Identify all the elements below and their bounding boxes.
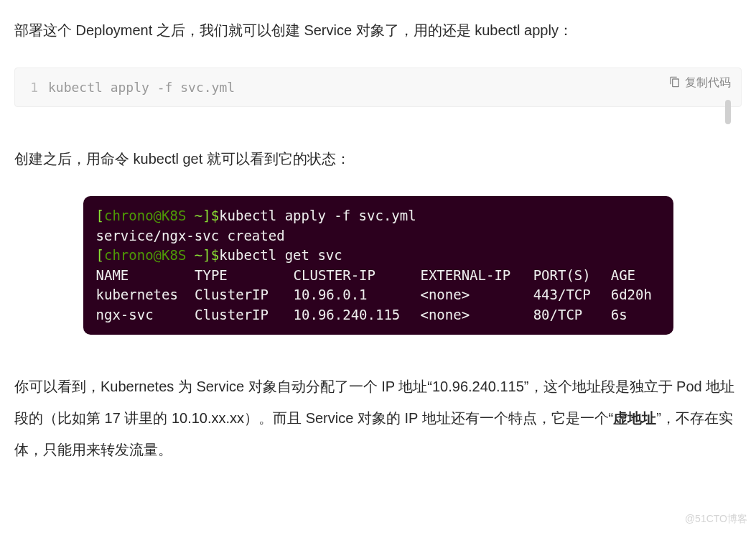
copy-icon xyxy=(669,76,681,90)
cell-external-ip: <none> xyxy=(420,305,533,325)
terminal-line: service/ngx-svc created xyxy=(96,226,661,246)
col-header-external-ip: EXTERNAL-IP xyxy=(420,266,533,286)
table-row: kubernetes ClusterIP 10.96.0.1 <none> 44… xyxy=(96,285,661,305)
terminal-output: [chrono@K8S ~]$kubectl apply -f svc.yml … xyxy=(83,196,673,335)
cell-name: kubernetes xyxy=(96,285,195,305)
code-text: kubectl apply -f svc.yml xyxy=(48,80,235,95)
col-header-cluster-ip: CLUSTER-IP xyxy=(294,266,421,286)
cell-cluster-ip: 10.96.240.115 xyxy=(294,305,421,325)
code-block: 复制代码 1 kubectl apply -f svc.yml xyxy=(14,68,742,107)
paragraph-intro: 部署这个 Deployment 之后，我们就可以创建 Service 对象了，用… xyxy=(14,14,742,46)
cell-type: ClusterIP xyxy=(195,285,294,305)
svc-table: NAME TYPE CLUSTER-IP EXTERNAL-IP PORT(S)… xyxy=(96,266,661,325)
cell-ports: 443/TCP xyxy=(533,285,611,305)
cell-cluster-ip: 10.96.0.1 xyxy=(294,285,421,305)
code-line: 1 kubectl apply -f svc.yml xyxy=(24,80,732,95)
col-header-name: NAME xyxy=(96,266,195,286)
terminal-line: [chrono@K8S ~]$kubectl get svc xyxy=(96,246,661,266)
table-header-row: NAME TYPE CLUSTER-IP EXTERNAL-IP PORT(S)… xyxy=(96,266,661,286)
cell-external-ip: <none> xyxy=(420,285,533,305)
paragraph-explain: 你可以看到，Kubernetes 为 Service 对象自动分配了一个 IP … xyxy=(14,371,742,465)
terminal-line: [chrono@K8S ~]$kubectl apply -f svc.yml xyxy=(96,206,661,226)
cell-name: ngx-svc xyxy=(96,305,195,325)
watermark: @51CTO博客 xyxy=(685,513,747,526)
col-header-age: AGE xyxy=(611,266,661,286)
cell-ports: 80/TCP xyxy=(533,305,611,325)
cell-age: 6d20h xyxy=(611,285,661,305)
bold-virtual-address: 虚地址 xyxy=(613,410,656,426)
cell-age: 6s xyxy=(611,305,661,325)
col-header-ports: PORT(S) xyxy=(533,266,611,286)
paragraph-get: 创建之后，用命令 kubectl get 就可以看到它的状态： xyxy=(14,143,742,175)
copy-code-button[interactable]: 复制代码 xyxy=(669,75,731,90)
table-row: ngx-svc ClusterIP 10.96.240.115 <none> 8… xyxy=(96,305,661,325)
cell-type: ClusterIP xyxy=(195,305,294,325)
col-header-type: TYPE xyxy=(195,266,294,286)
copy-code-label: 复制代码 xyxy=(685,75,731,90)
line-number: 1 xyxy=(24,80,48,95)
scrollbar-thumb[interactable] xyxy=(725,100,731,124)
